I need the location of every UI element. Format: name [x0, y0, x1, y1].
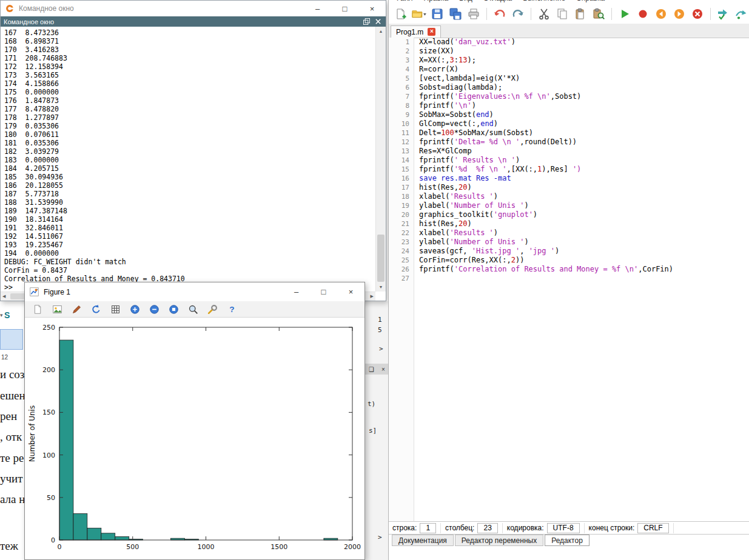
background-text-fragment: , отк [0, 430, 27, 444]
vertical-scrollbar[interactable]: ▲ ▼ [375, 27, 386, 292]
code-line[interactable]: 9SobMax=Sobst(end) [389, 110, 749, 119]
figure-window: Figure 1 – □ × ? 05001000150020000501001… [24, 282, 365, 560]
code-line[interactable]: 20graphics_toolkit('gnuplot') [389, 210, 749, 219]
fig-zoom-reset-icon[interactable] [166, 302, 181, 316]
save-icon[interactable] [430, 7, 445, 21]
copy-icon[interactable] [555, 7, 569, 21]
code-line[interactable]: 2size(XX) [389, 47, 749, 56]
breakpoint-toggle-icon[interactable] [636, 7, 650, 21]
maximize-button[interactable]: □ [331, 4, 358, 13]
tab-prog1m[interactable]: Prog1.m × [391, 25, 441, 38]
code-line[interactable]: 24saveas(gcf, 'Hist.jpg ', 'jpg ') [389, 247, 749, 256]
scroll-down-icon[interactable]: ▼ [376, 283, 386, 291]
undock-icon[interactable] [361, 18, 371, 25]
close-button[interactable]: × [337, 287, 364, 296]
tab-documentation[interactable]: Документация [392, 535, 454, 546]
step-over-icon[interactable] [734, 7, 749, 21]
fig-help-icon[interactable]: ? [224, 302, 239, 316]
maximize-button[interactable]: □ [310, 287, 337, 296]
code-line[interactable]: 22xlabel('Results ') [389, 228, 749, 238]
output-line: 179 0.035306 [4, 122, 375, 130]
code-line[interactable]: 4R=corr(X) [389, 65, 749, 74]
code-line[interactable]: 11Delt=100*SobMax/sum(Sobst) [389, 128, 749, 138]
command-window-dock-titlebar[interactable]: Командное окно [1, 16, 386, 27]
undo-icon[interactable] [492, 7, 507, 21]
code-line[interactable]: 19ylabel('Number of Unis ') [389, 201, 749, 210]
command-output[interactable]: 167 8.473236168 6.898371170 3.416283171 … [1, 27, 375, 292]
command-window-titlebar[interactable]: Командное окно – □ × [1, 1, 386, 16]
code-line[interactable]: 3X=XX(:,3:13); [389, 56, 749, 65]
code-line[interactable]: 18xlabel('Results ') [389, 192, 749, 201]
code-line[interactable]: 27 [389, 274, 749, 283]
menu-help[interactable]: Справка [576, 0, 605, 2]
code-line[interactable]: 17hist(Res,20) [389, 183, 749, 192]
dock-close-icon[interactable] [373, 18, 383, 25]
fig-new-icon[interactable] [30, 302, 45, 316]
cut-icon[interactable] [537, 7, 551, 21]
breakpoint-next-icon[interactable] [672, 7, 687, 21]
fig-refresh-icon[interactable] [89, 302, 103, 316]
find-icon[interactable] [591, 7, 606, 21]
paste-icon[interactable] [573, 7, 588, 21]
fig-zoom-out-icon[interactable] [147, 302, 161, 316]
svg-text:500: 500 [126, 543, 139, 551]
scrollbar-thumb[interactable] [377, 235, 385, 282]
code-line[interactable]: 7fprintf('Eigenvalues:\n %f \n',Sobst) [389, 92, 749, 101]
figure-window-titlebar[interactable]: Figure 1 – □ × [25, 282, 364, 301]
menu-run[interactable]: Выполнение [523, 0, 565, 2]
close-button[interactable]: × [358, 4, 386, 13]
fig-pen-icon[interactable] [69, 302, 84, 316]
scroll-right-icon[interactable]: ▶ [371, 292, 374, 301]
code-line[interactable]: 6Sobst=diag(lambda); [389, 83, 749, 92]
code-line[interactable]: 12fprintf('Delta= %d \n ',round(Delt)) [389, 138, 749, 147]
status-value: UTF-8 [547, 523, 580, 533]
save-all-icon[interactable] [448, 7, 463, 21]
tab-editor[interactable]: Редактор [545, 535, 589, 546]
minimize-button[interactable]: – [283, 287, 310, 296]
fig-config-icon[interactable] [205, 302, 220, 316]
code-line[interactable]: 10GlComp=vect(:,end) [389, 119, 749, 128]
fig-magnify-icon[interactable] [186, 302, 200, 316]
code-line[interactable]: 13Res=X*GlComp [389, 147, 749, 156]
menu-file[interactable]: Файл [395, 0, 413, 2]
menu-debug[interactable]: Отладка [483, 0, 512, 2]
code-line[interactable]: 5[vect,lambda]=eig(X'*X) [389, 74, 749, 83]
background-dock-titlebar: ❑ × [365, 364, 389, 375]
breakpoints-clear-icon[interactable] [690, 7, 705, 21]
status-eol: конец строки:CRLF [589, 523, 674, 533]
breakpoint-prev-icon[interactable] [654, 7, 668, 21]
code-line[interactable]: 1XX=load('dan_vuz.txt') [389, 38, 749, 47]
output-line: 190 18.314164 [4, 215, 375, 224]
step-in-icon[interactable] [716, 7, 731, 21]
redo-icon[interactable] [511, 7, 525, 21]
run-icon[interactable] [617, 7, 632, 21]
status-value: 1 [420, 523, 436, 533]
output-line: 167 8.473236 [4, 28, 375, 37]
code-line[interactable]: 25CorFin=corr(Res,XX(:,2)) [389, 256, 749, 265]
fig-grid-icon[interactable] [108, 302, 123, 316]
new-script-icon[interactable] [394, 7, 408, 21]
print-icon[interactable] [466, 7, 481, 21]
output-line: 189 147.387148 [4, 207, 375, 215]
code-line[interactable]: 15fprintf('%d %f \n ',[XX(:,1),Res] ') [389, 165, 749, 174]
code-editor[interactable]: 1XX=load('dan_vuz.txt')2size(XX)3X=XX(:,… [389, 38, 749, 521]
code-line[interactable]: 21hist(Res,20) [389, 219, 749, 228]
code-line[interactable]: 26fprintf('Correlation of Results and Mo… [389, 265, 749, 274]
menu-view[interactable]: Вид [459, 0, 472, 2]
scroll-left-icon[interactable]: ◀ [2, 292, 5, 301]
fig-zoom-in-icon[interactable] [127, 302, 142, 316]
open-icon[interactable] [412, 7, 426, 21]
background-text-fragment: рен [0, 410, 27, 423]
tab-close-icon[interactable]: × [428, 28, 435, 36]
figure-canvas[interactable]: 0500100015002000050100150200250Number of… [25, 318, 364, 559]
dock-title: Командное окно [4, 18, 360, 25]
menu-edit[interactable]: Правка [424, 0, 449, 2]
fig-image-icon[interactable] [50, 302, 64, 316]
scroll-up-icon[interactable]: ▲ [376, 27, 386, 35]
tab-variable-editor[interactable]: Редактор переменных [455, 535, 543, 546]
minimize-button[interactable]: – [304, 4, 331, 13]
code-line[interactable]: 16save res.mat Res -mat [389, 174, 749, 183]
code-line[interactable]: 8fprintf('\n') [389, 101, 749, 110]
code-line[interactable]: 14fprintf(' Results \n ') [389, 156, 749, 165]
code-line[interactable]: 23ylabel('Number of Unis ') [389, 238, 749, 247]
